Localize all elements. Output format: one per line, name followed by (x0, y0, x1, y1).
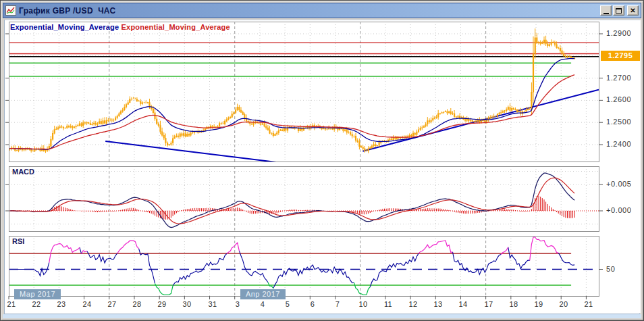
price-tick-label: 1.2700 (606, 74, 631, 82)
date-label: 14 (458, 300, 467, 308)
close-icon: ✕ (630, 7, 635, 14)
date-label: 21 (7, 300, 16, 308)
date-label: 23 (57, 300, 65, 308)
minimize-icon (603, 13, 609, 14)
date-label: 27 (107, 300, 116, 308)
maximize-icon (616, 8, 622, 14)
date-label: 6 (311, 300, 315, 308)
window-bottom-strip (3, 314, 641, 318)
date-label: 10 (358, 300, 367, 308)
indicator-legend: Exponential_Moving_Average Exponential_M… (10, 23, 230, 31)
date-label: 22 (32, 300, 41, 308)
date-label: 31 (208, 300, 217, 308)
date-label: 13 (433, 300, 442, 308)
rsi-panel-label: RSI (12, 237, 24, 245)
date-label: 5 (286, 300, 290, 308)
current-price-tag: 1.2795 (601, 51, 640, 61)
date-label: 4 (261, 300, 265, 308)
rsi-tick-label: 50 (606, 265, 615, 273)
date-label: 19 (534, 300, 543, 308)
macd-tick-label: +0.005 (606, 180, 632, 188)
date-label: 20 (559, 300, 568, 308)
date-label: 28 (132, 300, 141, 308)
date-label: 30 (182, 300, 191, 308)
macd-panel-label: MACD (12, 168, 34, 176)
date-label: 24 (82, 300, 91, 308)
date-label: 11 (384, 300, 392, 308)
price-tick-label: 1.2900 (606, 29, 631, 37)
window-titlebar[interactable]: График GBP /USD ЧАС ✕ (3, 3, 641, 18)
month-badge: Апр 2017 (240, 289, 286, 299)
maximize-button[interactable] (613, 5, 624, 16)
month-badge: Мар 2017 (14, 289, 61, 299)
date-label: 29 (157, 300, 166, 308)
price-tick-label: 1.2600 (606, 95, 631, 103)
chart-client-area (4, 20, 640, 314)
price-tick-label: 1.2500 (606, 118, 631, 126)
date-label: 17 (484, 300, 493, 308)
date-label: 7 (336, 300, 340, 308)
line-chart-icon (5, 5, 16, 16)
macd-tick-label: +0.000 (606, 206, 632, 214)
price-tick-label: 1.2400 (606, 140, 631, 148)
window-controls: ✕ (599, 5, 639, 16)
window-title: График GBP /USD ЧАС (19, 6, 116, 16)
ema-slow-label: Exponential_Moving_Average (122, 23, 230, 31)
close-button[interactable]: ✕ (627, 5, 639, 16)
ema-fast-label: Exponential_Moving_Average (10, 23, 119, 31)
date-label: 12 (408, 300, 417, 308)
date-label: 21 (584, 300, 593, 308)
date-label: 18 (509, 300, 518, 308)
date-label: 3 (236, 300, 240, 308)
chart-window: График GBP /USD ЧАС ✕ Exponential_Moving… (0, 0, 644, 321)
minimize-button[interactable] (600, 5, 612, 16)
